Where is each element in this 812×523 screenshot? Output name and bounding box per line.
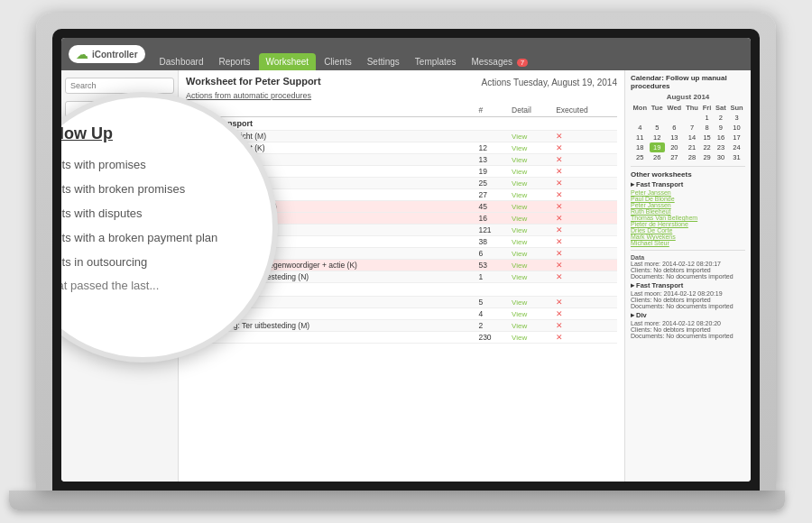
ws-ft2-last: Last moon: 2014-02-12 08:20:19 (631, 290, 745, 297)
magnify-item-1[interactable]: Clients with promises (61, 158, 250, 173)
ws-div-label: ▸ Div (631, 311, 745, 319)
ws-div-docs: Documents: No documents imported (631, 333, 745, 339)
magnify-item-6[interactable]: ts that passed the last... (61, 279, 250, 294)
table-row: In outsourcing: Ter uitbesteding (M)2Vie… (186, 320, 617, 332)
tab-templates[interactable]: Templates (408, 53, 464, 70)
screen: ☁ iController Dashboard Reports Workshee… (61, 38, 751, 482)
ws-person-link[interactable]: Mark Wyvekens (631, 234, 745, 240)
tab-dashboard[interactable]: Dashboard (152, 53, 211, 70)
messages-badge: 7 (517, 59, 528, 67)
ws-fast-transport2-label: ▸ Fast Transport (631, 281, 745, 289)
tab-messages[interactable]: Messages 7 (464, 53, 535, 70)
table-row: Reseningoverzicht (M)View✕ (186, 131, 617, 142)
ws-ft2-clients: Clients: No debtors imported (631, 297, 745, 303)
ws-person-link[interactable]: Peter Janssen (631, 189, 745, 196)
calendar-month: August 2014 (631, 93, 745, 101)
magnify-title: Follow Up (61, 124, 250, 143)
ws-person-link[interactable]: Dries De Corte (631, 227, 745, 234)
tab-worksheet[interactable]: Worksheet (259, 53, 317, 70)
calendar-table: MonTueWedThuFriSatSun 123456789101112131… (631, 103, 745, 162)
search-input[interactable] (65, 78, 174, 94)
calendar-section-title: Calendar: Follow up manual procedures (631, 74, 745, 90)
other-worksheets-title: Other worksheets (631, 170, 745, 179)
ws-fast-transport-label: ▸ Fast Transport (631, 180, 745, 188)
nav-tabs: Dashboard Reports Worksheet Clients Sett… (152, 38, 536, 70)
magnify-item-4[interactable]: Clients with a broken payment plan (61, 231, 250, 246)
actions-date: Actions Tuesday, August 19, 2014 (482, 78, 617, 87)
col-num: # (475, 104, 508, 117)
ws-div-last: Last more: 2014-02-12 08:20:20 (631, 320, 745, 326)
col-name (186, 104, 475, 117)
ws-person-link[interactable]: Paul De Blonde (631, 196, 745, 202)
ws-data-docs: Documents: No documents imported (631, 273, 745, 280)
worksheet-title: Worksheet for Peter Support (186, 76, 321, 87)
ws-person-link[interactable]: Pieter de Henrstione (631, 221, 745, 227)
col-detail: Detail (508, 104, 552, 117)
ws-data-last: Last more: 2014-02-12 08:20:17 (631, 261, 745, 267)
tab-settings[interactable]: Settings (360, 53, 407, 70)
ws-ft2-docs: Documents: No documents imported (631, 303, 745, 309)
auto-section: Actions from automatic procedures (186, 91, 617, 100)
logo-text: iController (92, 50, 138, 60)
laptop-shell: ☁ iController Dashboard Reports Workshee… (36, 13, 776, 491)
logo-icon: ☁ (76, 47, 88, 61)
tab-clients[interactable]: Clients (317, 53, 359, 70)
ws-div-clients: Clients: No debtors imported (631, 326, 745, 333)
magnify-item-2[interactable]: Clients with broken promises (61, 182, 250, 197)
magnify-item-3[interactable]: Clients with disputes (61, 206, 250, 222)
app-header: ☁ iController Dashboard Reports Workshee… (61, 38, 751, 70)
table-row: Aanmaning 104View✕ (186, 308, 617, 320)
ws-person-link[interactable]: Peter Janssen (631, 202, 745, 208)
tab-reports[interactable]: Reports (211, 53, 257, 70)
ws-data-label: Data (631, 254, 745, 261)
magnify-item-5[interactable]: Clients in outsourcing (61, 255, 250, 271)
laptop-base (9, 491, 785, 510)
logo: ☁ iController (69, 45, 145, 63)
ws-person-link[interactable]: Michael Steur (631, 240, 745, 246)
ws-person-link[interactable]: Thomas Van Belleghem (631, 215, 745, 221)
table-row: Calls230View✕ (186, 332, 617, 344)
ws-data-clients: Clients: No debtors imported (631, 267, 745, 273)
col-executed: Executed (552, 104, 617, 117)
screen-bezel: ☁ iController Dashboard Reports Workshee… (52, 29, 760, 491)
ws-person-link[interactable]: Ruth Bleeheut (631, 208, 745, 215)
right-panel: Calendar: Follow up manual procedures Au… (624, 70, 751, 482)
